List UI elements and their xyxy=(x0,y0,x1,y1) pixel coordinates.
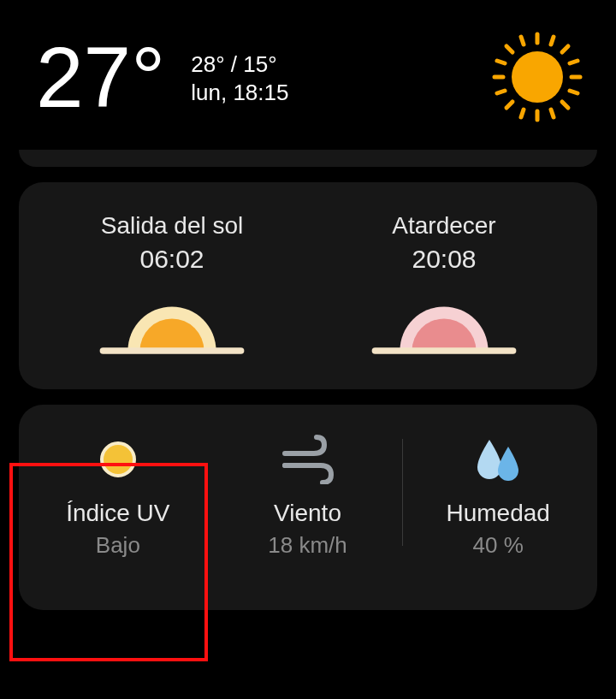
svg-point-0 xyxy=(512,51,563,103)
humidity-metric[interactable]: Humedad 40 % xyxy=(403,435,593,559)
humidity-value: 40 % xyxy=(473,532,524,559)
sun-icon xyxy=(486,26,589,128)
wind-label: Viento xyxy=(274,500,341,527)
svg-line-10 xyxy=(551,37,554,44)
svg-rect-17 xyxy=(100,347,245,354)
svg-rect-18 xyxy=(372,347,517,354)
high-low-temp: 28° / 15° xyxy=(191,51,288,78)
sunrise-time: 06:02 xyxy=(36,245,308,274)
sunset-icon xyxy=(308,299,580,364)
uv-value: Bajo xyxy=(96,532,140,559)
sun-times-row: Salida del sol 06:02 Atardecer 20:08 xyxy=(36,212,580,364)
svg-line-16 xyxy=(570,91,578,93)
svg-line-15 xyxy=(570,61,578,63)
date-time: lun, 18:15 xyxy=(191,80,288,106)
sunset-block[interactable]: Atardecer 20:08 xyxy=(308,212,580,364)
svg-line-7 xyxy=(506,102,512,108)
svg-line-12 xyxy=(551,110,554,117)
sunrise-icon xyxy=(36,299,308,364)
metrics-card: Índice UV Bajo Viento 18 km/h Humedad 40… xyxy=(19,405,597,610)
sunrise-label: Salida del sol xyxy=(36,212,308,240)
header-info: 28° / 15° lun, 18:15 xyxy=(191,34,288,106)
svg-line-13 xyxy=(497,61,505,63)
current-temperature: 27° xyxy=(36,34,165,120)
weather-header: 27° 28° / 15° lun, 18:15 xyxy=(19,0,597,145)
humidity-label: Humedad xyxy=(446,500,549,527)
sunrise-block[interactable]: Salida del sol 06:02 xyxy=(36,212,308,364)
uv-label: Índice UV xyxy=(66,500,169,527)
uv-metric[interactable]: Índice UV Bajo xyxy=(23,435,213,559)
wind-icon xyxy=(278,435,338,484)
sunset-label: Atardecer xyxy=(308,212,580,240)
svg-line-6 xyxy=(562,102,568,108)
svg-line-8 xyxy=(562,46,568,52)
card-top-edge xyxy=(19,150,597,167)
wind-metric[interactable]: Viento 18 km/h xyxy=(213,435,403,559)
wind-value: 18 km/h xyxy=(268,532,347,559)
svg-line-9 xyxy=(521,37,524,44)
uv-dot-icon xyxy=(98,435,138,484)
sun-times-card: Salida del sol 06:02 Atardecer 20:08 xyxy=(19,182,597,389)
svg-line-5 xyxy=(506,46,512,52)
svg-line-14 xyxy=(497,91,505,93)
sunset-time: 20:08 xyxy=(308,245,580,274)
humidity-icon xyxy=(471,435,525,484)
svg-point-19 xyxy=(102,443,134,476)
svg-line-11 xyxy=(521,110,524,117)
header-left: 27° 28° / 15° lun, 18:15 xyxy=(36,34,288,120)
